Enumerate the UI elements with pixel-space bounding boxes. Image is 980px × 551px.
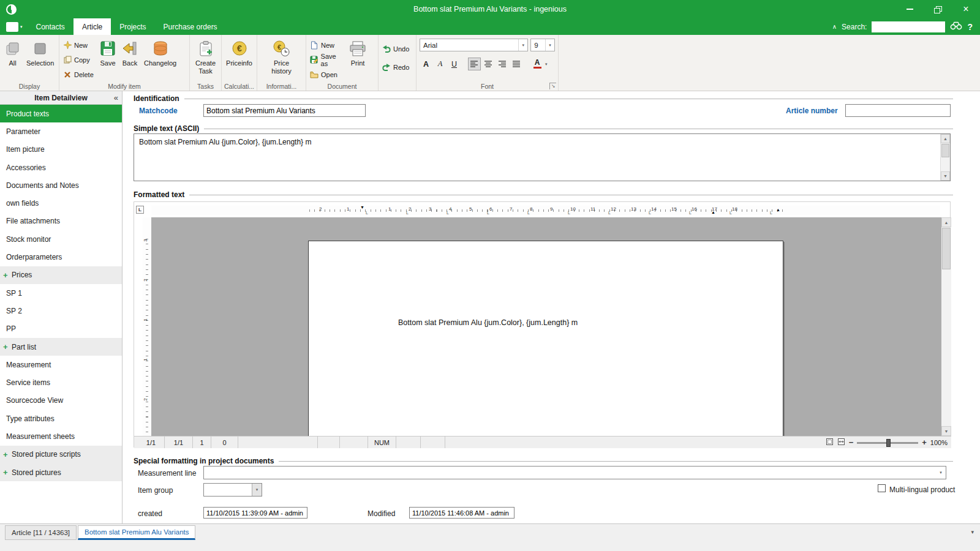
- new-item-button[interactable]: New: [61, 39, 97, 51]
- chevron-down-icon[interactable]: ▾: [545, 62, 548, 67]
- collapse-sidebar-icon[interactable]: «: [114, 93, 118, 102]
- document-page[interactable]: Bottom slat Premium Alu {jum.Color}, {ju…: [308, 241, 783, 436]
- document-canvas[interactable]: Bottom slat Premium Alu {jum.Color}, {ju…: [151, 217, 941, 436]
- sidebar-item-pp[interactable]: PP: [0, 320, 122, 338]
- italic-button[interactable]: A: [434, 58, 447, 70]
- article-number-input[interactable]: [845, 104, 951, 117]
- scroll-down-icon[interactable]: ▼: [941, 171, 950, 181]
- fit-width-icon[interactable]: [837, 438, 845, 448]
- font-color-button[interactable]: A: [532, 59, 543, 69]
- sidebar-item-stored-picture-scripts[interactable]: +Stored picture scripts: [0, 446, 122, 463]
- item-group-select[interactable]: ▾: [203, 483, 262, 497]
- align-center-button[interactable]: [482, 58, 495, 70]
- undo-button[interactable]: Undo: [380, 43, 414, 54]
- editor-scrollbar[interactable]: ▲ ▼: [941, 217, 951, 436]
- document-open-button[interactable]: Open: [308, 69, 346, 80]
- sidebar-item-type-attributes[interactable]: Type attributes: [0, 410, 122, 427]
- maximize-button[interactable]: [924, 0, 952, 18]
- sidebar-item-part-list[interactable]: +Part list: [0, 338, 122, 356]
- sidebar-item-parameter[interactable]: Parameter: [0, 122, 122, 140]
- search-input[interactable]: [872, 21, 945, 32]
- sidebar-item-label: SP 2: [6, 307, 22, 315]
- binoculars-icon[interactable]: [950, 21, 962, 32]
- sidebar-item-sp-1[interactable]: SP 1: [0, 284, 122, 302]
- create-task-button[interactable]: Create Task: [192, 37, 219, 82]
- indent-marker-icon[interactable]: ▼: [360, 205, 364, 209]
- sidebar-item-stored-pictures[interactable]: +Stored pictures: [0, 463, 122, 481]
- undo-label: Undo: [393, 45, 409, 53]
- multilingual-checkbox[interactable]: [878, 484, 886, 492]
- changelog-button[interactable]: Changelog: [141, 37, 179, 82]
- sidebar-item-sourcecode-view[interactable]: Sourcecode View: [0, 392, 122, 410]
- collapse-ribbon-icon[interactable]: ∧: [832, 23, 837, 30]
- scroll-down-icon[interactable]: ▼: [941, 426, 951, 436]
- page-text[interactable]: Bottom slat Premium Alu {jum.Color}, {ju…: [398, 318, 578, 327]
- fit-page-icon[interactable]: [826, 438, 834, 448]
- right-margin-marker-icon[interactable]: ▲: [776, 208, 780, 212]
- zoom-slider-thumb[interactable]: [886, 439, 891, 447]
- document-tab-bottom-slat-premium-alu-variants[interactable]: Bottom slat Premium Alu Variants: [78, 525, 195, 540]
- document-new-button[interactable]: New: [308, 39, 346, 51]
- sidebar-item-orderparameters[interactable]: Orderparameters: [0, 248, 122, 266]
- group-caption-font: Font: [417, 83, 558, 90]
- zoom-slider[interactable]: [857, 442, 918, 444]
- simple-text-scrollbar[interactable]: ▲ ▼: [940, 134, 950, 181]
- priceinfo-button[interactable]: € Priceinfo: [223, 37, 255, 82]
- sidebar-item-measurement-sheets[interactable]: Measurement sheets: [0, 427, 122, 445]
- h-ruler[interactable]: ▼ ▲ ▲ 21123456789101112131415161718LLLLL…: [151, 206, 940, 215]
- document-tab-article-11-14363[interactable]: Article [11 / 14363]: [5, 525, 77, 540]
- app-menu-button[interactable]: ▾: [0, 18, 28, 35]
- sidebar-item-own-fields[interactable]: own fields: [0, 194, 122, 212]
- redo-button[interactable]: Redo: [380, 61, 414, 73]
- scroll-up-icon[interactable]: ▲: [941, 134, 950, 143]
- zoom-out-button[interactable]: −: [849, 439, 854, 446]
- align-left-button[interactable]: [468, 58, 481, 70]
- sidebar-item-prices[interactable]: +Prices: [0, 266, 122, 284]
- menu-tab-contacts[interactable]: Contacts: [28, 18, 74, 35]
- underline-button[interactable]: U: [448, 58, 461, 70]
- simple-text-area[interactable]: Bottom slat Premium Alu {jum.Color}, {ju…: [134, 133, 951, 181]
- display-all-button[interactable]: All: [2, 37, 23, 82]
- sidebar-item-service-items[interactable]: Service items: [0, 373, 122, 391]
- menu-tab-purchase-orders[interactable]: Purchase orders: [155, 18, 226, 35]
- save-button[interactable]: Save: [97, 37, 119, 82]
- matchcode-input[interactable]: [203, 104, 366, 117]
- tab-list-chevron-icon[interactable]: ▾: [971, 529, 974, 535]
- align-right-button[interactable]: [496, 58, 509, 70]
- print-button[interactable]: Print: [346, 37, 369, 82]
- scrollbar-thumb[interactable]: [941, 144, 949, 157]
- sidebar-item-documents-and-notes[interactable]: Documents and Notes: [0, 176, 122, 194]
- sidebar-item-product-texts[interactable]: Product texts: [0, 105, 122, 122]
- display-selection-button[interactable]: Selection: [23, 37, 57, 82]
- menu-tab-article[interactable]: Article: [74, 18, 111, 35]
- bold-button[interactable]: A: [420, 58, 432, 70]
- close-button[interactable]: ×: [952, 0, 980, 18]
- back-button[interactable]: Back: [119, 37, 141, 82]
- sidebar-item-item-picture[interactable]: Item picture: [0, 141, 122, 159]
- copy-item-button[interactable]: Copy: [61, 54, 97, 66]
- sidebar-item-stock-monitor[interactable]: Stock monitor: [0, 230, 122, 248]
- align-justify-button[interactable]: [510, 58, 523, 70]
- status-cell: [318, 437, 340, 448]
- sidebar-item-accessories[interactable]: Accessories: [0, 159, 122, 176]
- document-open-label: Open: [321, 71, 337, 78]
- help-icon[interactable]: ?: [967, 22, 973, 32]
- font-family-select[interactable]: Arial ▾: [420, 39, 528, 51]
- v-ruler[interactable]: 32112: [143, 217, 151, 436]
- minimize-button[interactable]: [895, 0, 924, 18]
- scrollbar-thumb[interactable]: [942, 228, 951, 269]
- sidebar-item-sp-2[interactable]: SP 2: [0, 302, 122, 320]
- tab-selector-button[interactable]: L: [136, 206, 144, 214]
- sidebar-item-measurement[interactable]: Measurement: [0, 356, 122, 373]
- price-history-button[interactable]: € Price history: [264, 37, 300, 82]
- document-save-as-button[interactable]: Save as: [308, 54, 346, 66]
- font-size-select[interactable]: 9 ▾: [530, 39, 555, 51]
- zoom-in-button[interactable]: +: [922, 439, 927, 446]
- scroll-up-icon[interactable]: ▲: [941, 217, 951, 227]
- sidebar-item-file-attachments[interactable]: File attachments: [0, 212, 122, 230]
- font-dialog-launcher-icon[interactable]: ↘: [549, 83, 556, 89]
- menu-tab-projects[interactable]: Projects: [111, 18, 154, 35]
- measurement-line-select[interactable]: ▾: [203, 466, 946, 479]
- ruler-number: 14: [651, 206, 657, 212]
- delete-item-button[interactable]: Delete: [61, 69, 97, 80]
